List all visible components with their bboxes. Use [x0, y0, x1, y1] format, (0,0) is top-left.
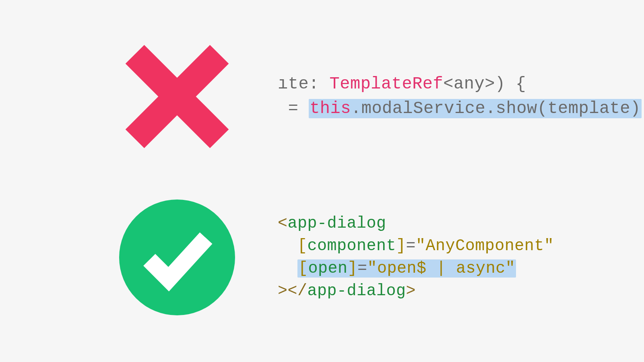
code-line-3: [open]="open$ | async"	[278, 259, 516, 278]
highlighted-span: [open]="open$ | async"	[297, 259, 516, 278]
checkmark-circle-icon	[113, 197, 242, 318]
bad-code-block: ıte: TemplateRef<any>) { = this.modalSer…	[278, 47, 642, 146]
good-example-row: <app-dialog [component]="AnyComponent" […	[113, 197, 554, 318]
code-line-2: [component]="AnyComponent"	[278, 237, 554, 255]
code-line-1: <app-dialog	[278, 214, 386, 232]
code-line-1: ıte: TemplateRef<any>) {	[278, 74, 526, 94]
highlighted-span: this.modalService.show(template)	[309, 99, 642, 118]
code-line-4: ></app-dialog>	[278, 282, 416, 300]
code-line-2: = this.modalService.show(template)	[278, 99, 642, 118]
bad-example-row: ıte: TemplateRef<any>) { = this.modalSer…	[113, 36, 642, 157]
cross-icon	[113, 36, 242, 157]
good-code-block: <app-dialog [component]="AnyComponent" […	[278, 190, 554, 325]
